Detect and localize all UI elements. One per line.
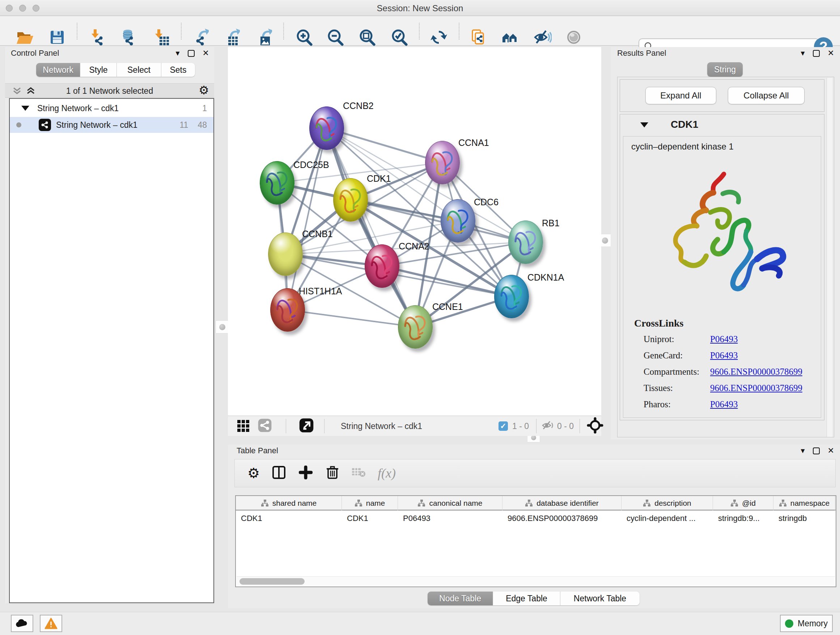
table-panel-float-icon[interactable] [813,448,820,454]
open-in-window-icon[interactable] [299,418,314,434]
crosslink-link[interactable]: P06493 [710,399,737,409]
birdseye-toggle-icon[interactable] [587,417,603,435]
import-network-from-file-button[interactable] [88,28,107,47]
export-image-button[interactable] [253,28,272,47]
first-neighbors-button[interactable] [501,28,520,47]
warnings-button[interactable] [40,615,62,632]
zoom-in-icon [294,28,313,47]
node-RB1[interactable] [508,220,543,264]
table-panel-menu-icon[interactable]: ▾ [801,447,805,455]
hide-selected-button[interactable] [533,28,552,47]
table-panel-close-icon[interactable]: ✕ [828,447,834,455]
import-table-from-file-button[interactable] [152,28,171,47]
memory-button[interactable]: Memory [780,615,833,632]
crosslink-link[interactable]: P06493 [710,350,737,361]
table-cell[interactable]: stringdb:9... [713,511,774,526]
crosslink-link[interactable]: P06493 [710,334,737,344]
left-splitter-handle[interactable] [216,320,229,333]
export-table-button[interactable] [221,28,240,47]
hidden-eye-icon [540,419,555,433]
network-options-gear-icon[interactable]: ⚙ [199,84,209,96]
table-cell[interactable]: cyclin-dependent ... [622,511,713,526]
tab-node-table[interactable]: Node Table [428,592,493,605]
open-session-button[interactable] [15,28,34,47]
tab-style[interactable]: Style [80,63,117,77]
node-CCNB2[interactable] [309,106,344,150]
control-panel-float-icon[interactable] [188,50,195,57]
tab-edge-table[interactable]: Edge Table [493,592,561,605]
table-hscrollbar-thumb[interactable] [240,578,305,585]
zoom-out-button[interactable] [325,28,344,47]
delete-table-icon[interactable] [351,467,366,480]
node-CCNB1[interactable] [268,233,303,276]
edge-CCNB2-HIST1H1A[interactable] [287,128,327,310]
tab-select[interactable]: Select [117,63,161,77]
results-panel-close-icon[interactable]: ✕ [828,49,834,57]
node-CCNA1[interactable] [425,141,460,184]
tab-sets[interactable]: Sets [161,63,195,77]
node-CDK1[interactable] [333,178,368,222]
function-builder-icon[interactable]: f(x) [378,466,396,481]
edge-HIST1H1A-CCNE1[interactable] [287,310,415,327]
selected-checkbox-icon[interactable]: ✓ [499,421,508,431]
network-tree: String Network – cdk1 1 String Network –… [9,98,214,603]
table-toolbar: ⚙ f(x) [234,459,836,487]
column-header-name[interactable]: name [342,496,398,510]
network-canvas[interactable]: CCNB2CCNA1CDC25BCDK1CDC6RB1CCNB1CCNA2CDK… [228,47,601,416]
tab-network-table[interactable]: Network Table [561,592,639,605]
node-CDKN1A[interactable] [494,275,529,318]
node-CCNA2[interactable] [365,244,399,288]
crosslink-link[interactable]: 9606.ENSP00000378699 [710,367,802,377]
network-row-selected[interactable]: String Network – cdk1 11 48 [10,117,213,133]
table-hscrollbar[interactable] [237,576,835,586]
control-panel-close-icon[interactable]: ✕ [202,49,209,57]
import-network-from-database-button[interactable] [119,28,138,47]
add-column-icon[interactable] [299,466,313,481]
expand-all-button[interactable]: Expand All [645,87,716,104]
results-scrollbar[interactable] [827,78,832,437]
network-collection-row[interactable]: String Network – cdk1 1 [10,100,213,116]
column-header-description[interactable]: description [622,496,713,510]
edge-CCNB2-CCNE1[interactable] [327,128,415,327]
export-network-button[interactable] [190,28,209,47]
results-panel-float-icon[interactable] [813,50,820,57]
column-header-shared-name[interactable]: shared name [236,496,342,510]
zoom-selected-button[interactable] [390,28,409,47]
collection-expand-icon[interactable] [21,106,29,111]
node-CDC25B[interactable] [260,161,294,204]
node-table[interactable]: shared namenamecanonical namedatabase id… [235,495,836,587]
zoom-fit-button[interactable] [357,28,376,47]
apply-preferred-layout-button[interactable] [429,28,448,47]
table-cell[interactable]: stringdb [774,511,835,526]
table-cell[interactable]: P06493 [398,511,502,526]
network-share-icon[interactable] [257,418,272,434]
zoom-in-button[interactable] [294,28,313,47]
save-session-button[interactable] [48,28,66,47]
column-header-database-identifier[interactable]: database identifier [502,496,622,510]
delete-column-icon[interactable] [326,465,339,481]
collapse-all-button[interactable]: Collapse All [728,87,805,104]
show-columns-icon[interactable] [272,465,286,481]
control-panel-menu-icon[interactable]: ▾ [176,49,180,57]
table-cell[interactable]: CDK1 [236,511,342,526]
node-CDC6[interactable] [441,199,475,242]
gene-entry-header[interactable]: CDK1 [620,114,824,136]
cloud-status-button[interactable] [11,615,33,632]
column-header-namespace[interactable]: namespace [774,496,835,510]
tab-network[interactable]: Network [36,63,80,77]
table-cell[interactable]: CDK1 [342,511,398,526]
column-header-id[interactable]: @id [713,496,774,510]
gene-collapse-icon[interactable] [640,122,648,127]
show-all-button[interactable] [564,28,583,47]
tab-string[interactable]: String [707,62,743,77]
node-CCNE1[interactable] [398,305,433,348]
table-options-gear-icon[interactable]: ⚙ [248,466,260,480]
clone-network-button[interactable] [469,28,488,47]
column-header-canonical-name[interactable]: canonical name [398,496,502,510]
table-cell[interactable]: 9606.ENSP00000378699 [502,511,622,526]
edge-CCNA2-CDKN1A[interactable] [382,266,512,296]
birdseye-grid-icon[interactable] [237,418,250,434]
crosslink-link[interactable]: 9606.ENSP00000378699 [710,383,802,393]
results-panel-menu-icon[interactable]: ▾ [801,49,805,57]
table-row[interactable]: CDK1CDK1P064939606.ENSP00000378699cyclin… [236,511,836,526]
